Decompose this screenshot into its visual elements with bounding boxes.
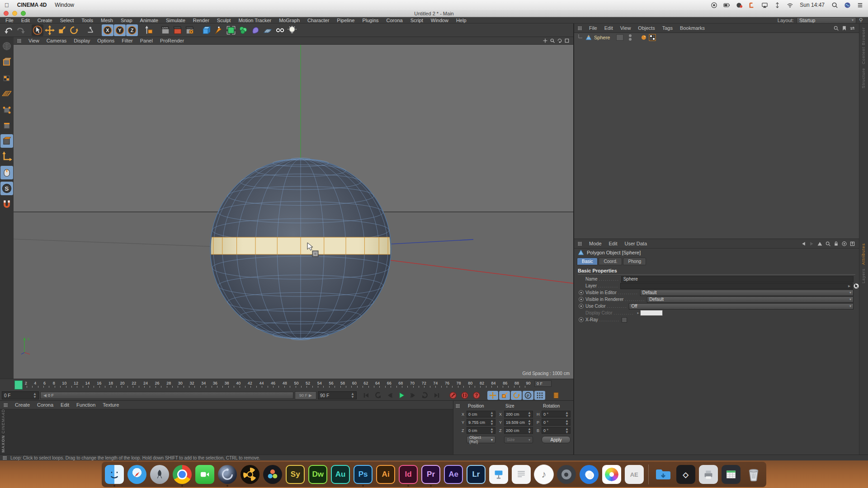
music-icon[interactable]: ♪	[533, 465, 554, 485]
spotlight-icon[interactable]	[831, 2, 838, 8]
side-tab-layers[interactable]: Layers	[861, 268, 866, 283]
photoshop-icon[interactable]: Ps	[353, 465, 373, 485]
davinci-resolve-icon[interactable]	[263, 465, 283, 485]
primitive-cube-icon[interactable]	[201, 24, 212, 36]
display-color-chip[interactable]	[640, 310, 663, 316]
deformer-icon[interactable]	[250, 24, 261, 36]
menu-file[interactable]: File	[5, 18, 14, 23]
menu-snap[interactable]: Snap	[121, 18, 132, 23]
redo-icon[interactable]	[15, 24, 27, 36]
wifi-icon[interactable]	[786, 2, 793, 8]
coord-field-size-z[interactable]: 200 cm▲▼	[504, 427, 533, 434]
mat-menu-function[interactable]: Function	[76, 402, 95, 408]
mat-menu-corona[interactable]: Corona	[37, 402, 53, 408]
coord-system-icon[interactable]	[143, 24, 155, 36]
photos-icon[interactable]	[601, 465, 622, 485]
search-icon[interactable]	[833, 25, 839, 31]
workplane-mode-icon[interactable]	[0, 87, 13, 100]
viewport[interactable]: ViewCamerasDisplayOptionsFilterPanelProR…	[14, 37, 573, 379]
float-icon[interactable]	[849, 241, 855, 247]
end-frame-field[interactable]: 90 F▲▼	[318, 391, 357, 399]
menu-window[interactable]: Window	[431, 18, 448, 23]
next-frame-icon[interactable]	[408, 391, 419, 400]
viewport-menu-filter[interactable]: Filter	[122, 38, 132, 43]
edges-mode-icon[interactable]	[0, 118, 13, 132]
up-icon[interactable]	[817, 241, 823, 247]
select-visible-in-renderer[interactable]: Default▾	[647, 296, 854, 303]
panel-grip-icon[interactable]	[3, 456, 7, 460]
back-icon[interactable]	[801, 241, 807, 247]
subdivision-surface-icon[interactable]	[225, 24, 237, 36]
lock-icon[interactable]	[833, 241, 839, 247]
downloads-folder-icon[interactable]	[653, 465, 673, 485]
viewport-menu-view[interactable]: View	[28, 38, 39, 43]
model-mode-icon[interactable]	[0, 55, 13, 69]
autokey-button-icon[interactable]	[459, 391, 470, 400]
mat-menu-edit[interactable]: Edit	[61, 402, 69, 408]
layout-select[interactable]: Startup▾	[797, 17, 856, 23]
visibility-dots[interactable]	[629, 34, 632, 41]
window-titlebar[interactable]: Untitled 2 * - Main	[0, 10, 868, 17]
target-icon[interactable]	[841, 241, 847, 247]
menu-mesh[interactable]: Mesh	[101, 18, 113, 23]
goto-end-icon[interactable]	[431, 391, 442, 400]
safari-icon[interactable]	[127, 465, 147, 485]
name-field[interactable]: Sphere	[621, 276, 854, 282]
attr-tab-coord[interactable]: Coord.	[599, 258, 622, 265]
uvw-tag-icon[interactable]	[649, 34, 656, 41]
coord-field-position-z[interactable]: 0 cm▲▼	[467, 427, 495, 434]
object-enable-toggle[interactable]	[616, 34, 623, 41]
app-light-icon[interactable]: AE	[624, 465, 644, 485]
mat-menu-create[interactable]: Create	[15, 402, 30, 408]
menu-motion-tracker[interactable]: Motion Tracker	[238, 18, 271, 23]
battery-icon[interactable]	[723, 2, 730, 8]
finder-icon[interactable]	[104, 465, 125, 485]
prev-frame-icon[interactable]	[384, 391, 395, 400]
viewport-scene[interactable]	[14, 45, 573, 379]
menu-create[interactable]: Create	[38, 18, 52, 23]
swap-arrows-icon[interactable]	[849, 25, 855, 31]
app-menu-title[interactable]: CINEMA 4D	[17, 2, 47, 8]
menu-character[interactable]: Character	[307, 18, 329, 23]
scale-tool-icon[interactable]	[56, 24, 68, 36]
panel-grip-icon[interactable]	[4, 403, 8, 407]
facetime-icon[interactable]	[195, 465, 215, 485]
chrome-icon[interactable]	[172, 465, 193, 485]
side-tab-content-browser[interactable]: Content Browser	[861, 27, 866, 64]
coord-select-object-rel-[interactable]: Object (Rel)▾	[467, 436, 495, 443]
maximize-icon[interactable]	[564, 38, 570, 43]
snap-s-icon[interactable]: S	[0, 182, 13, 195]
kf-pla-icon[interactable]	[534, 391, 545, 400]
om-menu-view[interactable]: View	[620, 25, 631, 31]
adobe-sy-icon[interactable]: Sy	[285, 465, 306, 485]
om-menu-objects[interactable]: Objects	[638, 25, 655, 31]
kf-position-icon[interactable]	[487, 391, 498, 400]
x-lock-icon[interactable]: X	[102, 24, 113, 36]
siri-icon[interactable]	[844, 2, 851, 8]
apply-button[interactable]: Apply	[542, 436, 571, 443]
kf-parameter-icon[interactable]: P	[523, 391, 533, 400]
side-tab-attributes[interactable]: Attributes	[861, 243, 866, 265]
record-options-icon[interactable]: ?	[471, 391, 482, 400]
menu-edit[interactable]: Edit	[21, 18, 30, 23]
coord-field-rotation-b[interactable]: 0 °▲▼	[542, 427, 571, 434]
polygons-mode-icon[interactable]	[0, 134, 13, 148]
floor-icon[interactable]	[262, 24, 274, 36]
coord-field-position-x[interactable]: 0 cm▲▼	[467, 411, 495, 418]
coord-field-rotation-p[interactable]: 0 °▲▼	[542, 419, 571, 426]
render-settings-icon[interactable]	[184, 24, 196, 36]
z-lock-icon[interactable]: Z	[126, 24, 138, 36]
cinema4d-icon[interactable]	[217, 465, 238, 485]
move-tool-icon[interactable]	[44, 24, 56, 36]
sphere-object[interactable]	[210, 158, 391, 340]
lightroom-icon[interactable]: Lr	[466, 465, 486, 485]
menu-select[interactable]: Select	[60, 18, 74, 23]
menu-simulate[interactable]: Simulate	[166, 18, 185, 23]
make-editable-icon[interactable]	[0, 39, 13, 53]
pages-icon[interactable]	[511, 465, 531, 485]
om-menu-bookmarks[interactable]: Bookmarks	[680, 25, 705, 31]
screen-record-icon[interactable]	[710, 2, 717, 8]
apple-menu-icon[interactable]: 	[5, 2, 9, 9]
forward-icon[interactable]	[809, 241, 815, 247]
record-button-icon[interactable]	[448, 391, 458, 400]
